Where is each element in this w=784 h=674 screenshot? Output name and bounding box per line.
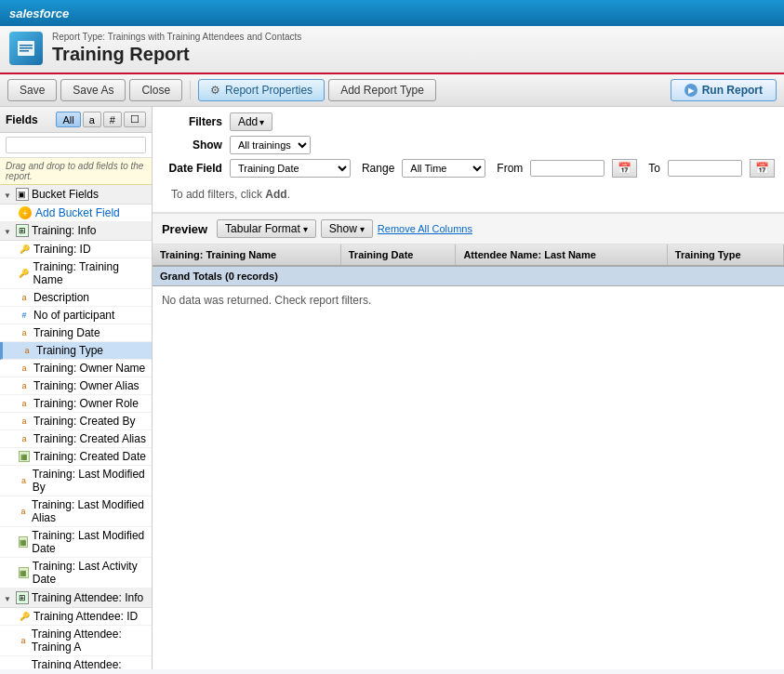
- filter-hint: To add filters, click Add.: [162, 182, 775, 206]
- content-area: Filters Add Show All trainings Date Fiel…: [153, 107, 784, 669]
- attendee-info-group[interactable]: ⊞ Training Attendee: Info: [0, 588, 152, 608]
- date-row: Date Field Training Date Range All Time …: [162, 159, 775, 178]
- field-label: Training: Created By: [33, 415, 136, 428]
- show-select[interactable]: All trainings: [230, 136, 311, 154]
- save-as-button[interactable]: Save As: [60, 79, 126, 101]
- field-owner-name[interactable]: a Training: Owner Name: [0, 360, 152, 377]
- field-icon-text: a: [19, 666, 28, 669]
- svg-rect-3: [20, 50, 29, 52]
- field-no-of-participant[interactable]: # No of participant: [0, 307, 152, 324]
- field-label: Training: Owner Name: [33, 362, 145, 375]
- field-owner-alias[interactable]: a Training: Owner Alias: [0, 377, 152, 395]
- field-last-modified-date[interactable]: ▦ Training: Last Modified Date: [0, 527, 152, 558]
- search-input[interactable]: [6, 137, 146, 153]
- toolbar-separator: [190, 81, 191, 99]
- from-label: From: [497, 162, 523, 175]
- to-date-picker-button[interactable]: 📅: [750, 159, 775, 178]
- app-header: salesforce: [0, 0, 784, 26]
- field-last-modified-by[interactable]: a Training: Last Modified By: [0, 466, 152, 496]
- field-training-id[interactable]: 🔑 Training: ID: [0, 241, 152, 258]
- field-label: Training: Created Alias: [33, 432, 146, 445]
- field-label: Training: Owner Role: [33, 397, 139, 410]
- run-report-label: Run Report: [702, 84, 763, 97]
- filters-label: Filters: [162, 115, 222, 128]
- date-field-label: Date Field: [162, 162, 222, 175]
- filters-section: Filters Add Show All trainings Date Fiel…: [153, 107, 784, 213]
- run-report-icon: [684, 84, 698, 97]
- field-created-by[interactable]: a Training: Created By: [0, 413, 152, 430]
- preview-table: Training: Training Name Training Date At…: [153, 244, 784, 314]
- preview-controls: Tabular Format Show Remove All Columns: [217, 219, 472, 238]
- report-properties-button[interactable]: ⚙ Report Properties: [198, 79, 325, 101]
- field-attendee-training-a[interactable]: a Training Attendee: Training A: [0, 626, 152, 656]
- col-training-name: Training: Training Name: [153, 244, 340, 266]
- field-label: Training Type: [36, 344, 103, 357]
- field-type-text[interactable]: a: [83, 112, 101, 127]
- from-date-picker-button[interactable]: 📅: [612, 159, 637, 178]
- training-info-group[interactable]: ⊞ Training: Info: [0, 221, 152, 241]
- fields-list: ▣ Bucket Fields + Add Bucket Field ⊞ Tra…: [0, 185, 152, 669]
- field-last-modified-alias[interactable]: a Training: Last Modified Alias: [0, 496, 152, 527]
- add-report-type-button[interactable]: Add Report Type: [328, 79, 436, 101]
- field-type-all[interactable]: All: [56, 112, 80, 127]
- field-label: Training: Last Modified Date: [32, 529, 148, 555]
- field-training-type[interactable]: a Training Type: [0, 342, 152, 360]
- remove-all-columns-link[interactable]: Remove All Columns: [378, 223, 472, 234]
- field-owner-role[interactable]: a Training: Owner Role: [0, 395, 152, 413]
- close-button[interactable]: Close: [129, 79, 182, 101]
- col-training-type: Training Type: [667, 244, 783, 266]
- field-icon-date: ▦: [19, 567, 29, 578]
- tabular-format-button[interactable]: Tabular Format: [217, 219, 316, 238]
- field-icon-key: 🔑: [19, 244, 30, 255]
- filters-row: Filters Add: [162, 112, 775, 131]
- from-date-input[interactable]: [530, 160, 605, 177]
- run-report-button[interactable]: Run Report: [671, 79, 777, 101]
- preview-table-area: Training: Training Name Training Date At…: [153, 244, 784, 669]
- field-icon-text: a: [19, 506, 28, 517]
- bucket-fields-group[interactable]: ▣ Bucket Fields: [0, 185, 152, 205]
- to-date-input[interactable]: [668, 160, 742, 177]
- range-select[interactable]: All Time: [402, 159, 485, 178]
- report-properties-icon: ⚙: [210, 84, 220, 97]
- field-label: Training: Last Activity Date: [33, 560, 148, 586]
- field-attendee-created-b[interactable]: a Training Attendee: Created B: [0, 656, 152, 669]
- field-created-date[interactable]: ▦ Training: Created Date: [0, 448, 152, 466]
- filters-add-button[interactable]: Add: [230, 112, 272, 131]
- field-label: Training Attendee: Training A: [32, 628, 148, 654]
- show-button[interactable]: Show: [321, 219, 373, 238]
- field-icon-text: a: [19, 416, 30, 427]
- field-icon-key: 🔑: [19, 611, 30, 622]
- field-attendee-id[interactable]: 🔑 Training Attendee: ID: [0, 608, 152, 626]
- date-field-select[interactable]: Training Date: [230, 159, 351, 178]
- svg-rect-1: [20, 45, 33, 46]
- field-type-number[interactable]: #: [103, 112, 122, 127]
- format-chevron-icon: [303, 222, 308, 235]
- field-created-alias[interactable]: a Training: Created Alias: [0, 430, 152, 448]
- field-icon-text: a: [19, 292, 30, 303]
- field-label: Training: Last Modified By: [33, 468, 148, 494]
- field-label: Training: Last Modified Alias: [32, 498, 148, 524]
- sidebar-header: Fields All a # ☐: [0, 107, 152, 133]
- field-training-name[interactable]: 🔑 Training: Training Name: [0, 258, 152, 289]
- page-header-icon: [9, 32, 43, 65]
- field-icon-date: ▦: [19, 536, 28, 548]
- field-icon-num: #: [19, 310, 30, 321]
- col-training-date: Training Date: [340, 244, 456, 266]
- to-label: To: [648, 162, 660, 175]
- bucket-fields-label: Bucket Fields: [32, 188, 99, 201]
- attendee-info-chevron: [4, 591, 13, 604]
- preview-header: Preview Tabular Format Show Remove All C…: [153, 213, 784, 244]
- show-row: Show All trainings: [162, 136, 775, 154]
- field-last-activity-date[interactable]: ▦ Training: Last Activity Date: [0, 558, 152, 588]
- page-subtitle: Report Type: Trainings with Training Att…: [52, 32, 301, 42]
- field-label: Training Attendee: Created B: [32, 658, 148, 669]
- save-button[interactable]: Save: [7, 79, 57, 101]
- field-training-date[interactable]: a Training Date: [0, 324, 152, 342]
- add-bucket-label: Add Bucket Field: [35, 206, 120, 219]
- field-icon-text: a: [19, 635, 28, 646]
- field-type-date[interactable]: ☐: [124, 112, 146, 127]
- field-description[interactable]: a Description: [0, 289, 152, 307]
- no-data-row: No data was returned. Check report filte…: [153, 286, 784, 315]
- add-bucket-field-item[interactable]: + Add Bucket Field: [0, 205, 152, 221]
- field-icon-text: a: [21, 345, 33, 356]
